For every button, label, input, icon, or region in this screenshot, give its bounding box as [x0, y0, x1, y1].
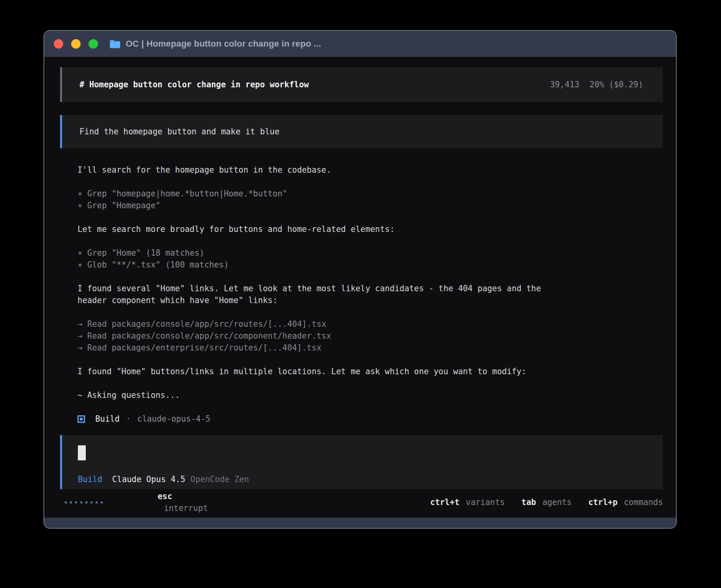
- model-id: claude-opus-4-5: [137, 413, 210, 425]
- variants-label: variants: [466, 496, 505, 508]
- agents-label: agents: [542, 496, 572, 508]
- folder-icon: [109, 39, 121, 49]
- blank-line: [77, 354, 663, 366]
- keyboard-hints: ctrl+t variants tab agents ctrl+p comman…: [413, 496, 663, 508]
- blank-line: [77, 401, 663, 413]
- input-agent-label[interactable]: Build: [78, 473, 102, 485]
- blank-line: [77, 176, 663, 188]
- spinner-dot: [70, 501, 72, 503]
- spinner-dot: [75, 501, 77, 503]
- tool-call-line: ∗ Glob "**/*.tsx" (100 matches): [77, 259, 663, 271]
- esc-key: esc: [158, 492, 172, 501]
- window-titlebar[interactable]: OC | Homepage button color change in rep…: [44, 31, 676, 57]
- esc-label: interrupt: [164, 503, 208, 513]
- spinner-dot: [85, 501, 87, 503]
- traffic-lights: [54, 39, 98, 49]
- separator-dot: ·: [126, 413, 131, 425]
- commands-key: ctrl+p: [588, 496, 617, 508]
- session-header: # Homepage button color change in repo w…: [60, 67, 663, 102]
- context-percent: 20%: [590, 79, 604, 90]
- variants-hint: ctrl+t variants: [430, 496, 505, 508]
- user-message: Find the homepage button and make it blu…: [60, 115, 663, 148]
- working-spinner: [65, 501, 103, 503]
- minimize-button[interactable]: [71, 39, 81, 49]
- blank-line: [77, 306, 663, 318]
- window-bottom-strip: [44, 518, 676, 528]
- agents-hint: tab agents: [521, 496, 572, 508]
- assistant-transcript: I'll search for the homepage button in t…: [77, 164, 663, 425]
- spinner-dot: [91, 501, 92, 503]
- file-read-line: → Read packages/console/app/src/componen…: [77, 330, 663, 342]
- assistant-text-line: Let me search more broadly for buttons a…: [77, 223, 663, 235]
- assistant-text-paragraph: I found several "Home" links. Let me loo…: [77, 283, 663, 306]
- session-title: # Homepage button color change in repo w…: [79, 79, 309, 90]
- status-bar: esc interrupt ctrl+t variants tab agents…: [60, 496, 663, 508]
- agents-key: tab: [521, 496, 536, 508]
- session-stats: 39,413 20% ($0.29): [550, 79, 644, 90]
- spinner-dot: [101, 501, 103, 503]
- agent-status-line: Build · claude-opus-4-5: [77, 413, 663, 425]
- window-title: OC | Homepage button color change in rep…: [126, 39, 321, 49]
- agent-name: Build: [95, 413, 120, 425]
- fullscreen-button[interactable]: [89, 39, 98, 49]
- file-read-line: → Read packages/enterprise/src/routes/[.…: [77, 342, 663, 354]
- session-cost: ($0.29): [609, 79, 643, 90]
- agent-build-icon: [77, 415, 85, 423]
- spinner-dot: [80, 501, 82, 503]
- commands-label: commands: [624, 496, 663, 508]
- variants-key: ctrl+t: [430, 496, 459, 508]
- tool-call-line: ∗ Grep "homepage|home.*button|Home.*butt…: [77, 188, 663, 200]
- blank-line: [77, 211, 663, 223]
- terminal-window: OC | Homepage button color change in rep…: [43, 30, 677, 529]
- close-button[interactable]: [54, 39, 63, 49]
- terminal-content: # Homepage button color change in repo w…: [44, 57, 676, 518]
- file-read-line: → Read packages/console/app/src/routes/[…: [77, 318, 663, 330]
- spinner-dot: [65, 501, 67, 503]
- token-count: 39,413: [550, 79, 579, 90]
- asking-questions-line: ~ Asking questions...: [77, 389, 663, 401]
- blank-line: [77, 271, 663, 283]
- text-cursor: [78, 445, 86, 460]
- blank-line: [77, 377, 663, 389]
- spinner-dot: [96, 501, 98, 503]
- blank-line: [77, 235, 663, 247]
- user-message-text: Find the homepage button and make it blu…: [79, 126, 279, 138]
- commands-hint: ctrl+p commands: [588, 496, 663, 508]
- assistant-text-line: I'll search for the homepage button in t…: [77, 164, 663, 176]
- assistant-text-line: I found "Home" buttons/links in multiple…: [77, 366, 663, 377]
- tool-call-line: ∗ Grep "Home" (18 matches): [77, 247, 663, 259]
- tool-call-line: ∗ Grep "Homepage": [77, 200, 663, 211]
